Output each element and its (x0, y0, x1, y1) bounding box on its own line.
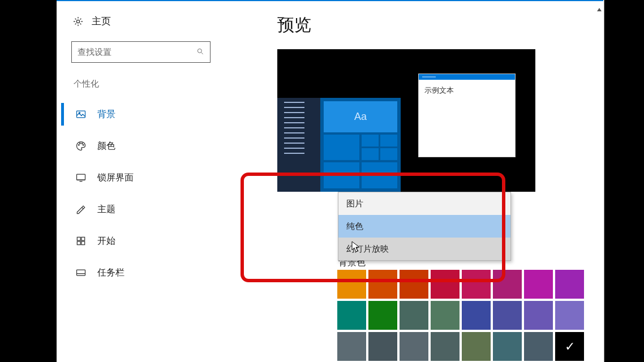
preview-start-menu: Aa (320, 98, 401, 192)
svg-rect-8 (77, 174, 85, 180)
color-swatch[interactable]: ✓ (555, 332, 584, 361)
color-swatch[interactable] (493, 270, 522, 299)
color-swatch[interactable] (431, 270, 460, 299)
preview-taskbar (277, 98, 320, 192)
color-swatch[interactable] (524, 301, 553, 330)
sidebar: 主页 查找设置 个性化 背景颜色锁屏界面主题开始任务栏 (57, 10, 221, 291)
taskbar-icon (75, 266, 87, 279)
content-area: 预览 Aa 示例文本 (277, 14, 583, 192)
window-right-edge (603, 0, 604, 362)
color-swatch[interactable] (368, 332, 397, 361)
sidebar-item-label: 主题 (97, 204, 115, 216)
section-label: 个性化 (57, 76, 221, 101)
window-accent-strip (57, 0, 604, 1)
check-icon: ✓ (555, 332, 584, 361)
preview-window-text: 示例文本 (419, 80, 515, 101)
sidebar-item-label: 背景 (97, 109, 115, 120)
color-swatch[interactable] (400, 332, 428, 361)
svg-rect-13 (77, 270, 85, 275)
color-swatch[interactable] (431, 301, 460, 330)
gear-icon (72, 16, 84, 27)
search-icon (196, 48, 204, 57)
sidebar-item-label: 颜色 (97, 140, 115, 152)
colors-icon (75, 140, 87, 152)
svg-point-1 (198, 49, 201, 53)
preview-window-titlebar (419, 74, 515, 80)
color-swatch[interactable] (524, 332, 553, 361)
sidebar-item-taskbar[interactable]: 任务栏 (57, 259, 221, 286)
color-swatch[interactable] (524, 270, 553, 299)
scrollbar[interactable] (595, 6, 603, 356)
color-swatch[interactable] (462, 301, 491, 330)
home-label: 主页 (92, 15, 111, 28)
start-icon (75, 235, 87, 247)
preview-heading: 预览 (277, 14, 583, 37)
color-swatch[interactable] (368, 301, 397, 330)
preview-sample-tile: Aa (324, 101, 397, 132)
desktop-preview: Aa 示例文本 (277, 49, 535, 192)
color-swatch[interactable] (493, 301, 522, 330)
lockscreen-icon (75, 171, 87, 184)
svg-point-4 (78, 145, 79, 146)
svg-point-6 (81, 143, 83, 144)
svg-point-5 (80, 143, 81, 144)
sidebar-item-label: 任务栏 (97, 267, 124, 279)
color-swatch[interactable] (337, 301, 366, 330)
dropdown-option-slideshow[interactable]: 幻灯片放映 (338, 238, 510, 260)
color-swatch[interactable] (493, 332, 522, 361)
svg-rect-12 (81, 242, 85, 245)
color-swatch[interactable] (337, 332, 366, 361)
svg-point-7 (83, 145, 84, 146)
dropdown-option-solid[interactable]: 纯色 (338, 215, 510, 238)
scroll-up-arrow[interactable] (595, 6, 603, 14)
search-placeholder: 查找设置 (78, 47, 196, 58)
search-input[interactable]: 查找设置 (71, 41, 211, 63)
svg-point-3 (79, 112, 80, 113)
color-swatch[interactable] (555, 301, 584, 330)
screen: 主页 查找设置 个性化 背景颜色锁屏界面主题开始任务栏 预览 (0, 0, 644, 362)
sidebar-item-label: 开始 (97, 235, 115, 247)
home-link[interactable]: 主页 (57, 10, 221, 32)
sidebar-item-colors[interactable]: 颜色 (57, 132, 221, 160)
sidebar-item-lockscreen[interactable]: 锁屏界面 (57, 164, 221, 191)
color-swatch-grid: ✓ (337, 270, 584, 361)
preview-sample-window: 示例文本 (419, 74, 515, 157)
color-swatch[interactable] (431, 332, 460, 361)
color-swatch[interactable] (400, 270, 428, 299)
color-swatch[interactable] (337, 270, 366, 299)
color-swatch[interactable] (462, 270, 491, 299)
sidebar-item-background[interactable]: 背景 (57, 101, 221, 128)
color-swatch[interactable] (555, 270, 584, 299)
color-swatch[interactable] (400, 301, 428, 330)
dropdown-option-picture[interactable]: 图片 (338, 192, 510, 215)
svg-rect-10 (81, 237, 85, 240)
background-icon (75, 108, 87, 120)
sidebar-item-label: 锁屏界面 (97, 172, 134, 184)
sidebar-item-start[interactable]: 开始 (57, 227, 221, 255)
color-swatch[interactable] (368, 270, 397, 299)
sidebar-item-themes[interactable]: 主题 (57, 196, 221, 223)
themes-icon (75, 203, 87, 216)
svg-rect-11 (77, 242, 80, 245)
svg-point-0 (76, 20, 79, 23)
svg-rect-9 (77, 237, 80, 240)
color-swatch[interactable] (462, 332, 491, 361)
settings-window: 主页 查找设置 个性化 背景颜色锁屏界面主题开始任务栏 预览 (57, 0, 604, 362)
background-type-dropdown[interactable]: 图片纯色幻灯片放映 (338, 192, 511, 261)
